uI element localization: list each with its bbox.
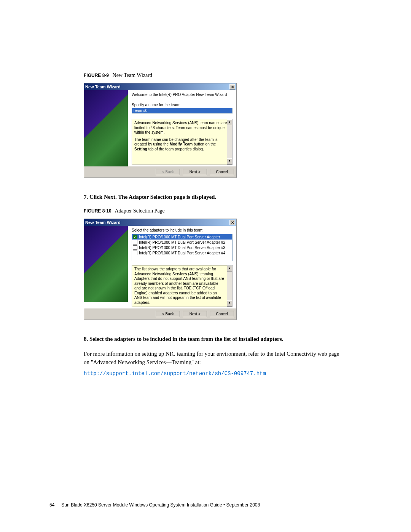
scroll-up-icon[interactable]: ▴ <box>227 265 232 272</box>
adapter-select-label: Select the adapters to include in this t… <box>132 228 233 232</box>
scroll-down-icon[interactable]: ▾ <box>227 300 232 307</box>
checkbox-icon[interactable] <box>133 245 137 250</box>
figure-caption-2: FIGURE 8-10 Adapter Selection Page <box>84 208 342 214</box>
scroll-down-icon[interactable]: ▾ <box>227 158 232 165</box>
checkbox-icon[interactable] <box>133 240 137 244</box>
step-8: 8. Select the adapters to be included in… <box>84 335 342 343</box>
team-name-label: Specify a name for the team: <box>132 103 233 107</box>
info-box: The list shows the adapters that are ava… <box>132 265 233 307</box>
support-link[interactable]: http://support.intel.com/support/network… <box>84 371 342 377</box>
wizard-welcome-text: Welcome to the Intel(R) PRO Adapter New … <box>132 93 233 97</box>
scroll-up-icon[interactable]: ▴ <box>227 119 232 125</box>
adapter-row[interactable]: Intel(R) PRO/1000 MT Dual Port Server Ad… <box>132 245 232 250</box>
scrollbar[interactable]: ▴ ▾ <box>227 265 232 307</box>
step-7: 7. Click Next. The Adapter Selection pag… <box>84 193 342 201</box>
footer-text: Sun Blade X6250 Server Module Windows Op… <box>61 502 260 508</box>
info-text-1: Advanced Networking Services (ANS) team … <box>134 121 230 135</box>
page-footer: 54 Sun Blade X6250 Server Module Windows… <box>49 502 373 508</box>
wizard-title: New Team Wizard <box>85 85 121 89</box>
wizard-side-image <box>84 90 128 166</box>
document-page: FIGURE 8-9 New Team Wizard New Team Wiza… <box>0 0 411 532</box>
checkbox-icon[interactable] <box>133 251 137 255</box>
page-number: 54 <box>49 502 54 508</box>
wizard-button-row: < Back Next > Cancel <box>84 166 236 177</box>
wizard-titlebar: New Team Wizard ✕ <box>84 219 236 226</box>
wizard-title: New Team Wizard <box>85 220 121 225</box>
adapter-name: Intel(R) PRO/1000 MT Dual Port Server Ad… <box>139 251 225 255</box>
figure-label: FIGURE 8-10 <box>84 208 112 214</box>
wizard-button-row: < Back Next > Cancel <box>84 308 236 320</box>
team-name-input[interactable] <box>132 108 233 113</box>
figure-title: New Team Wizard <box>113 72 152 78</box>
close-icon[interactable]: ✕ <box>229 220 235 225</box>
back-button[interactable]: < Back <box>156 311 180 317</box>
close-icon[interactable]: ✕ <box>229 84 235 89</box>
figure-title: Adapter Selection Page <box>115 208 164 214</box>
wizard-titlebar: New Team Wizard ✕ <box>84 83 236 90</box>
figure-caption-1: FIGURE 8-9 New Team Wizard <box>84 72 342 78</box>
adapter-row[interactable]: Intel(R) PRO/1000 MT Dual Port Server Ad… <box>132 250 232 256</box>
body-paragraph: For more information on setting up NIC t… <box>84 350 342 367</box>
adapter-name: Intel(R) PRO/1000 MT Dual Port Server Ad… <box>139 246 225 250</box>
next-button[interactable]: Next > <box>183 311 207 317</box>
cancel-button[interactable]: Cancel <box>210 311 234 317</box>
adapter-row[interactable]: ✓ Intel(R) PRO/1000 MT Dual Port Server … <box>132 234 232 240</box>
adapter-list[interactable]: ✓ Intel(R) PRO/1000 MT Dual Port Server … <box>132 234 233 261</box>
info-text: The list shows the adapters that are ava… <box>134 267 230 305</box>
cancel-button[interactable]: Cancel <box>210 169 234 175</box>
adapter-row[interactable]: Intel(R) PRO/1000 MT Dual Port Server Ad… <box>132 240 232 245</box>
wizard-dialog-adapter-selection: New Team Wizard ✕ Select the adapters to… <box>84 219 237 320</box>
adapter-name: Intel(R) PRO/1000 MT Dual Port Server Ad… <box>139 240 225 244</box>
figure-label: FIGURE 8-9 <box>84 73 109 78</box>
checkbox-icon[interactable]: ✓ <box>133 235 137 239</box>
info-box: Advanced Networking Services (ANS) team … <box>132 119 233 165</box>
next-button[interactable]: Next > <box>183 169 207 175</box>
wizard-dialog-new-team: New Team Wizard ✕ Welcome to the Intel(R… <box>84 83 237 178</box>
wizard-side-image <box>84 226 128 302</box>
adapter-name: Intel(R) PRO/1000 MT Dual Port Server Ad… <box>139 235 220 239</box>
scrollbar[interactable]: ▴ ▾ <box>227 119 232 165</box>
info-text-2: The team name can be changed after the t… <box>134 137 230 152</box>
back-button: < Back <box>156 169 180 175</box>
